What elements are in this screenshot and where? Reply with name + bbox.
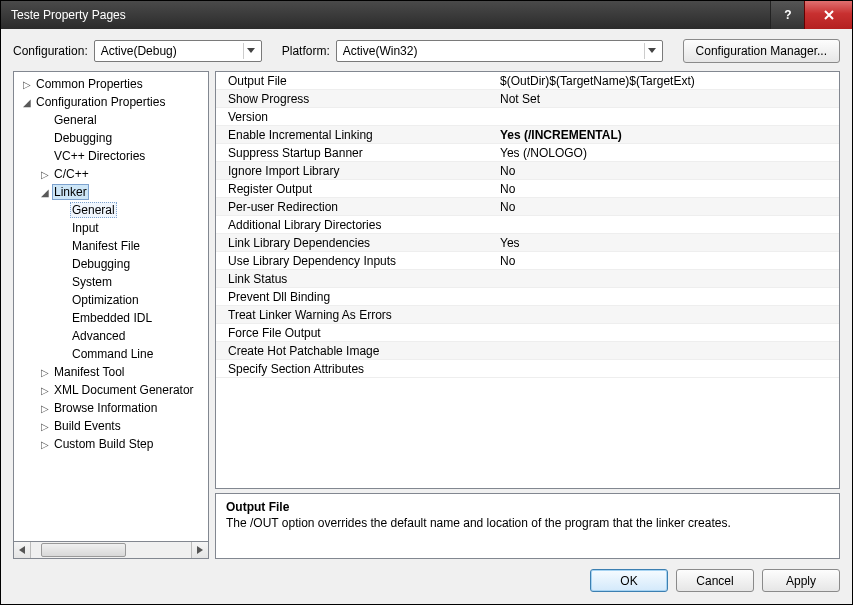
configuration-manager-button[interactable]: Configuration Manager... — [683, 39, 840, 63]
chevron-down-icon — [243, 43, 259, 59]
property-row[interactable]: Output File$(OutDir)$(TargetName)$(Targe… — [216, 72, 839, 90]
scroll-thumb[interactable] — [41, 543, 126, 557]
window-title: Teste Property Pages — [11, 8, 770, 22]
tree-item[interactable]: ▷Browse Information — [14, 399, 208, 417]
platform-dropdown[interactable]: Active(Win32) — [336, 40, 663, 62]
scroll-track[interactable] — [31, 542, 191, 558]
property-row[interactable]: Enable Incremental LinkingYes (/INCREMEN… — [216, 126, 839, 144]
expand-toggle-icon[interactable]: ▷ — [38, 403, 52, 414]
chevron-down-icon — [644, 43, 660, 59]
tree-item-label: Debugging — [70, 257, 132, 271]
tree-item[interactable]: Debugging — [14, 255, 208, 273]
property-row[interactable]: Register OutputNo — [216, 180, 839, 198]
nav-tree[interactable]: ▷Common Properties◢Configuration Propert… — [13, 71, 209, 542]
expand-toggle-icon[interactable]: ▷ — [38, 385, 52, 396]
property-value[interactable]: No — [496, 182, 839, 196]
property-value[interactable]: Yes — [496, 236, 839, 250]
property-name: Create Hot Patchable Image — [216, 344, 496, 358]
tree-item[interactable]: VC++ Directories — [14, 147, 208, 165]
tree-hscrollbar[interactable] — [13, 542, 209, 559]
tree-item[interactable]: ▷XML Document Generator — [14, 381, 208, 399]
property-row[interactable]: Create Hot Patchable Image — [216, 342, 839, 360]
property-name: Specify Section Attributes — [216, 362, 496, 376]
property-name: Prevent Dll Binding — [216, 290, 496, 304]
tree-item[interactable]: Input — [14, 219, 208, 237]
property-row[interactable]: Ignore Import LibraryNo — [216, 162, 839, 180]
tree-item[interactable]: ◢Linker — [14, 183, 208, 201]
expand-toggle-icon[interactable]: ▷ — [20, 79, 34, 90]
tree-item[interactable]: Embedded IDL — [14, 309, 208, 327]
platform-label: Platform: — [282, 44, 330, 58]
property-value[interactable]: $(OutDir)$(TargetName)$(TargetExt) — [496, 74, 839, 88]
property-row[interactable]: Version — [216, 108, 839, 126]
dialog-footer: OK Cancel Apply — [13, 567, 840, 592]
configuration-dropdown[interactable]: Active(Debug) — [94, 40, 262, 62]
property-row[interactable]: Prevent Dll Binding — [216, 288, 839, 306]
expand-toggle-icon[interactable]: ◢ — [20, 97, 34, 108]
scroll-left-icon[interactable] — [14, 542, 31, 558]
expand-toggle-icon[interactable]: ▷ — [38, 421, 52, 432]
tree-item[interactable]: ▷Custom Build Step — [14, 435, 208, 453]
ok-button[interactable]: OK — [590, 569, 668, 592]
property-row[interactable]: Specify Section Attributes — [216, 360, 839, 378]
property-row[interactable]: Additional Library Directories — [216, 216, 839, 234]
tree-item[interactable]: Manifest File — [14, 237, 208, 255]
property-value[interactable]: Not Set — [496, 92, 839, 106]
tree-item[interactable]: System — [14, 273, 208, 291]
property-name: Output File — [216, 74, 496, 88]
tree-item[interactable]: ◢Configuration Properties — [14, 93, 208, 111]
tree-item-label: General — [70, 202, 117, 218]
tree-item-label: Debugging — [52, 131, 114, 145]
property-value[interactable]: No — [496, 164, 839, 178]
tree-item[interactable]: Debugging — [14, 129, 208, 147]
property-name: Ignore Import Library — [216, 164, 496, 178]
cancel-button[interactable]: Cancel — [676, 569, 754, 592]
help-icon: ? — [781, 8, 795, 22]
tree-item-label: Browse Information — [52, 401, 159, 415]
tree-item[interactable]: Optimization — [14, 291, 208, 309]
config-row: Configuration: Active(Debug) Platform: A… — [13, 39, 840, 63]
property-value[interactable]: Yes (/NOLOGO) — [496, 146, 839, 160]
tree-item[interactable]: Command Line — [14, 345, 208, 363]
tree-item-label: Custom Build Step — [52, 437, 155, 451]
help-button[interactable]: ? — [770, 1, 804, 29]
property-row[interactable]: Link Status — [216, 270, 839, 288]
expand-toggle-icon[interactable]: ▷ — [38, 439, 52, 450]
tree-item[interactable]: ▷C/C++ — [14, 165, 208, 183]
close-button[interactable] — [804, 1, 852, 29]
tree-item[interactable]: ▷Manifest Tool — [14, 363, 208, 381]
expand-toggle-icon[interactable]: ▷ — [38, 367, 52, 378]
property-row[interactable]: Treat Linker Warning As Errors — [216, 306, 839, 324]
property-value[interactable]: Yes (/INCREMENTAL) — [496, 128, 839, 142]
tree-item-label: Manifest File — [70, 239, 142, 253]
description-text: The /OUT option overrides the default na… — [226, 516, 829, 530]
property-row[interactable]: Link Library DependenciesYes — [216, 234, 839, 252]
tree-item[interactable]: ▷Build Events — [14, 417, 208, 435]
tree-item[interactable]: General — [14, 201, 208, 219]
property-name: Register Output — [216, 182, 496, 196]
expand-toggle-icon[interactable]: ◢ — [38, 187, 52, 198]
tree-item-label: Optimization — [70, 293, 141, 307]
tree-item[interactable]: General — [14, 111, 208, 129]
property-name: Link Status — [216, 272, 496, 286]
apply-button[interactable]: Apply — [762, 569, 840, 592]
property-row[interactable]: Suppress Startup BannerYes (/NOLOGO) — [216, 144, 839, 162]
tree-item-label: C/C++ — [52, 167, 91, 181]
property-name: Enable Incremental Linking — [216, 128, 496, 142]
property-grid[interactable]: Output File$(OutDir)$(TargetName)$(Targe… — [215, 71, 840, 489]
property-row[interactable]: Per-user RedirectionNo — [216, 198, 839, 216]
expand-toggle-icon[interactable]: ▷ — [38, 169, 52, 180]
tree-item[interactable]: Advanced — [14, 327, 208, 345]
property-row[interactable]: Show ProgressNot Set — [216, 90, 839, 108]
scroll-right-icon[interactable] — [191, 542, 208, 558]
property-value[interactable]: No — [496, 254, 839, 268]
configuration-label: Configuration: — [13, 44, 88, 58]
property-value[interactable]: No — [496, 200, 839, 214]
tree-item-label: Build Events — [52, 419, 123, 433]
platform-value: Active(Win32) — [343, 44, 418, 58]
tree-item[interactable]: ▷Common Properties — [14, 75, 208, 93]
property-row[interactable]: Use Library Dependency InputsNo — [216, 252, 839, 270]
titlebar[interactable]: Teste Property Pages ? — [1, 1, 852, 29]
property-row[interactable]: Force File Output — [216, 324, 839, 342]
tree-item-label: Configuration Properties — [34, 95, 167, 109]
